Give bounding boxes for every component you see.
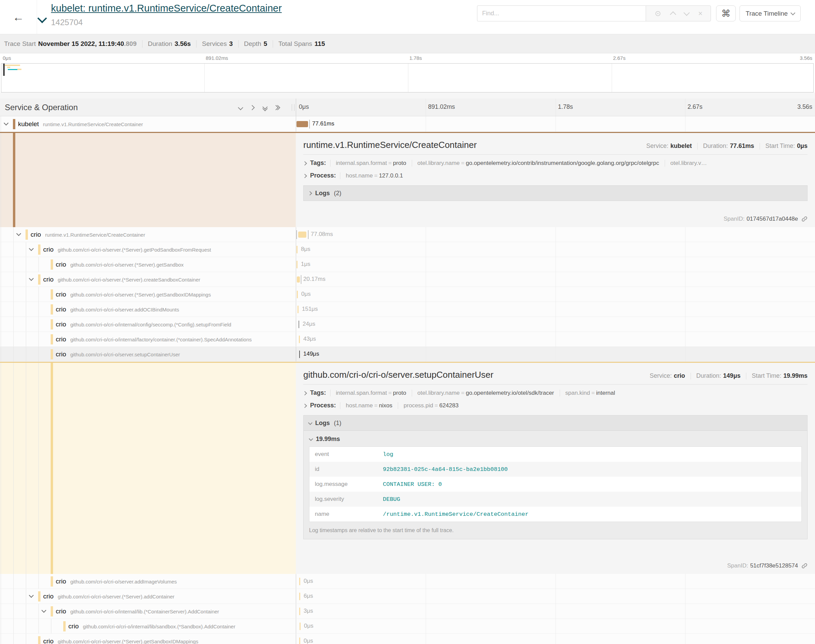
span-service: crio bbox=[68, 623, 79, 630]
trace-title-link[interactable]: kubelet: runtime.v1.RuntimeService/Creat… bbox=[51, 3, 282, 14]
span-bar[interactable] bbox=[297, 276, 300, 282]
span-bar[interactable] bbox=[297, 121, 308, 127]
span-detail-title: github.com/cri-o/cri-o/server.setupConta… bbox=[303, 370, 650, 380]
span-duration: 0μs bbox=[303, 638, 313, 644]
log-entry-header[interactable]: 19.99ms bbox=[309, 431, 802, 446]
divider bbox=[142, 40, 142, 48]
find-next-icon[interactable] bbox=[684, 9, 690, 15]
keyboard-shortcuts-button[interactable]: ⌘ bbox=[716, 5, 736, 21]
locate-icon[interactable] bbox=[654, 10, 662, 17]
tag-value: go.opentelemetry.io/otel/sdk/tracer bbox=[466, 389, 554, 396]
span-bar[interactable] bbox=[299, 593, 300, 600]
process-accordion[interactable]: Process: host.name=nixos process.pid=624… bbox=[296, 397, 815, 410]
span-row[interactable]: crio github.com/cri-o/cri-o/server.(*Ser… bbox=[0, 589, 815, 604]
log-field-value: CONTAINER USER: 0 bbox=[383, 481, 442, 488]
row-collapse-icon[interactable] bbox=[29, 594, 33, 598]
collapse-one-icon[interactable] bbox=[238, 105, 243, 110]
depth-value: 5 bbox=[263, 40, 267, 48]
span-row[interactable]: crio github.com/cri-o/cri-o/server.(*Ser… bbox=[0, 634, 815, 644]
view-selector-button[interactable]: Trace Timeline bbox=[740, 5, 801, 21]
span-row[interactable]: crio github.com/cri-o/cri-o/server.(*Ser… bbox=[0, 272, 815, 287]
span-operation: github.com/cri-o/cri-o/server.addImageVo… bbox=[70, 579, 177, 584]
start-time-label: Start Time: bbox=[765, 143, 795, 150]
tag-key: span.kind bbox=[565, 389, 590, 396]
service-color-bar bbox=[38, 636, 40, 644]
span-detail-title: runtime.v1.RuntimeService/CreateContaine… bbox=[303, 140, 646, 150]
span-bar[interactable] bbox=[297, 261, 297, 268]
duration-label: Duration: bbox=[696, 372, 721, 379]
span-bar[interactable] bbox=[299, 351, 300, 358]
span-row[interactable]: kubelet runtime.v1.RuntimeService/Create… bbox=[0, 116, 815, 132]
logs-body: 19.99ms event log id 92b82381-025c-4a64-… bbox=[303, 431, 807, 539]
log-fields-table: event log id 92b82381-025c-4a64-815c-ba2… bbox=[309, 446, 802, 522]
process-key: host.name bbox=[346, 402, 373, 409]
span-bar[interactable] bbox=[298, 232, 306, 238]
span-id-row: SpanID: 51cf7f38e5128574 bbox=[720, 559, 815, 569]
trace-minimap[interactable] bbox=[1, 63, 813, 92]
service-color-bar bbox=[38, 274, 40, 285]
find-clear-icon[interactable]: × bbox=[698, 10, 702, 17]
minimap-span-strip bbox=[5, 64, 20, 66]
log-field-value: DEBUG bbox=[383, 496, 400, 503]
span-row[interactable]: crio github.com/cri-o/cri-o/server.addOC… bbox=[0, 302, 815, 317]
process-key: host.name bbox=[346, 172, 373, 179]
tag-value: proto bbox=[393, 389, 406, 396]
span-bar[interactable] bbox=[299, 320, 299, 328]
minimap-scrubber-handle[interactable] bbox=[3, 64, 5, 76]
copy-link-icon[interactable] bbox=[801, 563, 807, 569]
span-row[interactable]: crio github.com/cri-o/cri-o/server.(*Ser… bbox=[0, 242, 815, 257]
span-row[interactable]: crio github.com/cri-o/cri-o/internal/fac… bbox=[0, 332, 815, 347]
span-row[interactable]: crio github.com/cri-o/cri-o/internal/con… bbox=[0, 317, 815, 332]
find-prev-icon[interactable] bbox=[670, 11, 676, 17]
find-input[interactable] bbox=[477, 5, 646, 21]
span-bar[interactable] bbox=[300, 623, 300, 630]
duration-label: Duration: bbox=[703, 143, 728, 150]
logs-count: (2) bbox=[334, 190, 342, 197]
collapse-all-icon[interactable] bbox=[262, 105, 267, 110]
column-resizer-handle[interactable] bbox=[292, 104, 294, 111]
process-key: process.pid bbox=[404, 402, 433, 409]
minimap-tick: 1.78s bbox=[409, 55, 422, 61]
span-bar[interactable] bbox=[299, 608, 300, 615]
log-field-key: log.severity bbox=[309, 496, 383, 503]
span-row[interactable]: crio github.com/cri-o/cri-o/server.(*Ser… bbox=[0, 287, 815, 302]
row-collapse-icon[interactable] bbox=[4, 121, 8, 126]
span-row[interactable]: crio runtime.v1.RuntimeService/CreateCon… bbox=[0, 227, 815, 242]
copy-link-icon[interactable] bbox=[801, 216, 807, 222]
expand-one-icon[interactable] bbox=[250, 105, 255, 110]
span-bar[interactable] bbox=[299, 578, 300, 585]
process-accordion[interactable]: Process: host.name=127.0.0.1 bbox=[296, 167, 815, 180]
service-value: kubelet bbox=[671, 143, 692, 150]
service-label: Service: bbox=[650, 372, 672, 379]
span-duration: 0μs bbox=[301, 291, 311, 297]
span-row[interactable]: crio github.com/cri-o/cri-o/internal/lib… bbox=[0, 604, 815, 619]
span-bar[interactable] bbox=[297, 306, 299, 313]
back-button[interactable]: ← bbox=[0, 0, 37, 34]
trace-start-ms: .809 bbox=[124, 40, 137, 48]
row-collapse-icon[interactable] bbox=[29, 247, 33, 251]
span-row[interactable]: crio github.com/cri-o/cri-o/server.addIm… bbox=[0, 574, 815, 589]
row-collapse-icon[interactable] bbox=[17, 232, 21, 236]
row-collapse-icon[interactable] bbox=[42, 609, 46, 613]
row-collapse-icon[interactable] bbox=[29, 277, 33, 281]
logs-accordion[interactable]: Logs (1) bbox=[303, 415, 807, 431]
service-label: Service: bbox=[646, 143, 668, 150]
expand-all-icon[interactable] bbox=[275, 105, 279, 110]
span-row[interactable]: crio github.com/cri-o/cri-o/internal/lib… bbox=[0, 619, 815, 634]
span-bar[interactable] bbox=[299, 336, 300, 343]
span-row-selected[interactable]: crio github.com/cri-o/cri-o/server.setup… bbox=[0, 347, 815, 362]
span-operation: github.com/cri-o/cri-o/server.setupConta… bbox=[70, 351, 180, 357]
span-bar[interactable] bbox=[297, 246, 297, 253]
tags-accordion[interactable]: Tags: internal.span.format=proto otel.li… bbox=[296, 155, 815, 167]
trace-title-chevron-down-icon[interactable] bbox=[38, 14, 46, 23]
logs-accordion[interactable]: Logs (2) bbox=[303, 185, 807, 201]
span-bar[interactable] bbox=[299, 638, 300, 644]
span-row[interactable]: crio github.com/cri-o/cri-o/server.(*Ser… bbox=[0, 257, 815, 272]
span-operation: github.com/cri-o/cri-o/internal/factory/… bbox=[70, 337, 252, 342]
tag-key: internal.span.format bbox=[336, 160, 387, 166]
ruler-tick: 0μs bbox=[299, 103, 309, 110]
minimap-span-strip bbox=[8, 69, 17, 70]
tags-accordion[interactable]: Tags: internal.span.format=proto otel.li… bbox=[296, 385, 815, 397]
service-color-bar bbox=[38, 244, 40, 255]
span-bar[interactable] bbox=[297, 291, 298, 298]
